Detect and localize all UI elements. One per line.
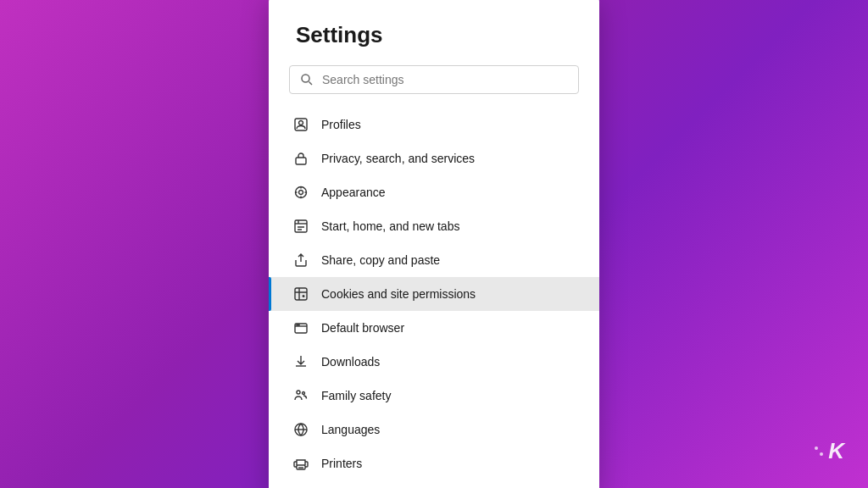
downloads-icon bbox=[292, 353, 309, 370]
nav-list: Profiles Privacy, search, and services bbox=[269, 108, 599, 480]
sidebar-item-languages[interactable]: Languages bbox=[269, 413, 599, 446]
sidebar-item-privacy[interactable]: Privacy, search, and services bbox=[269, 141, 599, 175]
sidebar-item-printers[interactable]: Printers bbox=[269, 446, 599, 480]
svg-rect-4 bbox=[296, 158, 306, 164]
svg-point-3 bbox=[299, 120, 303, 125]
svg-point-0 bbox=[302, 75, 309, 82]
printers-icon bbox=[292, 455, 309, 472]
search-box[interactable] bbox=[289, 65, 579, 94]
sidebar-item-label: Appearance bbox=[321, 186, 386, 199]
search-icon bbox=[300, 73, 314, 86]
settings-panel: Settings Profiles bbox=[269, 0, 599, 488]
cookies-icon bbox=[292, 286, 309, 302]
brand-logo: K bbox=[815, 438, 844, 464]
svg-point-12 bbox=[298, 324, 299, 324]
svg-rect-8 bbox=[295, 288, 307, 300]
sidebar-item-label: Share, copy and paste bbox=[321, 253, 440, 267]
sidebar-item-label: Start, home, and new tabs bbox=[321, 219, 459, 233]
sidebar-item-label: Privacy, search, and services bbox=[321, 152, 475, 165]
sidebar-item-label: Languages bbox=[321, 423, 380, 436]
svg-point-13 bbox=[297, 391, 300, 394]
sidebar-item-share[interactable]: Share, copy and paste bbox=[269, 243, 599, 277]
sidebar-item-downloads[interactable]: Downloads bbox=[269, 345, 599, 379]
page-title: Settings bbox=[269, 22, 599, 65]
brand-letter: K bbox=[828, 438, 844, 464]
family-icon bbox=[292, 387, 309, 404]
sidebar-item-label: Family safety bbox=[321, 389, 391, 402]
sidebar-item-label: Cookies and site permissions bbox=[321, 287, 476, 301]
sidebar-item-label: Default browser bbox=[321, 321, 404, 335]
svg-rect-7 bbox=[295, 220, 307, 232]
share-icon bbox=[292, 252, 309, 269]
brand-dots bbox=[815, 446, 823, 456]
privacy-icon bbox=[292, 150, 309, 167]
svg-line-1 bbox=[309, 81, 313, 85]
languages-icon bbox=[292, 421, 309, 438]
svg-point-14 bbox=[303, 391, 305, 394]
sidebar-item-label: Downloads bbox=[321, 355, 380, 369]
sidebar-item-start-home[interactable]: Start, home, and new tabs bbox=[269, 209, 599, 243]
sidebar-item-appearance[interactable]: Appearance bbox=[269, 175, 599, 209]
sidebar-item-cookies[interactable]: Cookies and site permissions bbox=[269, 277, 599, 311]
sidebar-item-family-safety[interactable]: Family safety bbox=[269, 379, 599, 413]
sidebar-item-label: Profiles bbox=[321, 118, 361, 131]
sidebar-item-label: Printers bbox=[321, 457, 362, 470]
browser-icon bbox=[292, 319, 309, 336]
svg-point-6 bbox=[299, 190, 303, 194]
sidebar-item-default-browser[interactable]: Default browser bbox=[269, 311, 599, 345]
appearance-icon bbox=[292, 184, 309, 201]
search-input[interactable] bbox=[322, 73, 568, 86]
svg-point-9 bbox=[303, 295, 304, 297]
profile-icon bbox=[292, 116, 309, 133]
sidebar-item-profiles[interactable]: Profiles bbox=[269, 108, 599, 141]
svg-point-11 bbox=[297, 324, 298, 324]
start-icon bbox=[292, 218, 309, 235]
